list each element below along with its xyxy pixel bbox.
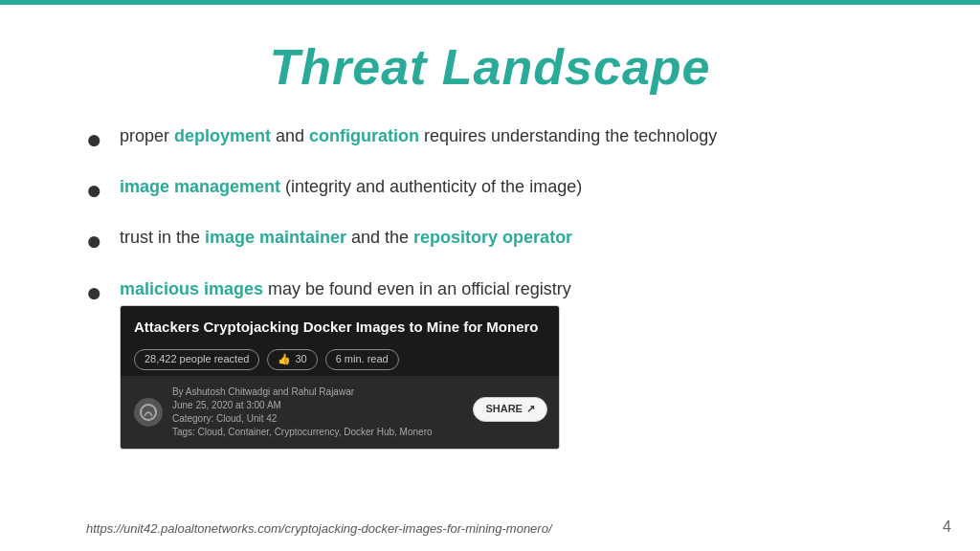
bullet-dot-4: ● [86,274,102,311]
bullet-dot-2: ● [86,171,102,209]
bullet-dot-3: ● [86,222,102,259]
article-card-meta: 28,422 people reacted 👍 30 6 min. read S… [121,343,559,375]
bullet-item-3: ● trust in the image maintainer and the … [86,226,923,259]
slide: Threat Landscape ● proper deployment and… [0,0,980,551]
highlight-deployment: deployment [174,126,271,145]
article-date: June 25, 2020 at 3:00 AM [172,399,433,412]
share-icon: ↗ [526,402,535,416]
bullet-text-1: proper deployment and configuration requ… [120,124,923,148]
bullet-text-4: malicious images may be found even in an… [120,277,923,450]
bullet-item-2: ● image management (integrity and authen… [86,175,923,209]
highlight-image-maintainer: image maintainer [205,228,346,247]
article-title: Attackers Cryptojacking Docker Images to… [134,319,539,335]
article-category: Category: Cloud, Unit 42 [172,412,433,426]
share-label: SHARE [485,402,523,416]
read-time-pill: 6 min. read [325,349,399,369]
bullet-text-3: trust in the image maintainer and the re… [120,226,923,250]
likes-count: 30 [295,352,306,366]
footer-logo [134,398,163,427]
article-card: Attackers Cryptojacking Docker Images to… [120,305,560,450]
slide-number: 4 [943,518,951,536]
highlight-configuration: configuration [309,126,419,145]
article-card-header: Attackers Cryptojacking Docker Images to… [121,306,559,344]
read-time-text: 6 min. read [336,352,389,366]
likes-pill: 👍 30 [267,349,317,369]
content-section: ● proper deployment and configuration re… [57,124,923,450]
bullet-dot-1: ● [86,121,102,158]
logo-icon [139,403,158,422]
reactions-text: 28,422 people reacted [145,352,249,366]
title-section: Threat Landscape [57,0,923,124]
reactions-pill: 28,422 people reacted [134,349,259,369]
highlight-image-management: image management [120,177,280,196]
bullet-item-1: ● proper deployment and configuration re… [86,124,923,158]
highlight-repository-operator: repository operator [413,228,572,247]
share-button[interactable]: SHARE ↗ [473,397,547,421]
thumb-icon: 👍 [278,352,291,366]
slide-title: Threat Landscape [57,38,923,96]
bullet-text-2: image management (integrity and authenti… [120,175,923,199]
bullet-item-4: ● malicious images may be found even in … [86,277,923,450]
article-author: By Ashutosh Chitwadgi and Rahul Rajawar [172,386,433,399]
highlight-malicious-images: malicious images [120,279,263,298]
article-tags: Tags: Cloud, Container, Cryptocurrency, … [172,426,433,439]
top-border [0,0,980,5]
article-url[interactable]: https://unit42.paloaltonetworks.com/cryp… [86,521,552,536]
article-footer-text: By Ashutosh Chitwadgi and Rahul Rajawar … [172,386,433,439]
